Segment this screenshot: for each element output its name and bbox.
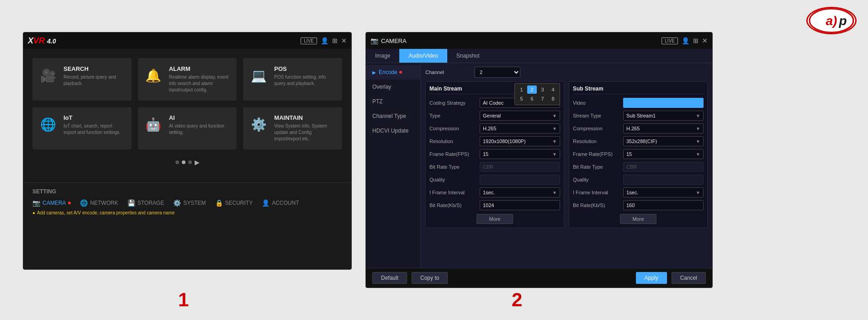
main-bitrate-label: Bit Rate(Kb/S) — [429, 203, 480, 208]
setting-tab-account[interactable]: 👤 ACCOUNT — [262, 199, 299, 207]
sidebar-arrow-encode: ▶ — [372, 70, 376, 75]
main-compression-label: Compression — [429, 126, 480, 131]
cam-body: ▶ Encode Overlay PTZ Channel Type HDCVI … — [366, 63, 712, 268]
cam-header: 📷 CAMERA LIVE 👤 ⊞ ✕ — [366, 32, 712, 49]
channel-option-5[interactable]: 5 — [517, 95, 526, 103]
pagination-next-arrow[interactable]: ▶ — [195, 159, 200, 166]
cancel-button[interactable]: Cancel — [672, 272, 706, 284]
sidebar-item-overlay[interactable]: Overlay — [366, 80, 420, 94]
channel-label: Channel — [425, 69, 471, 75]
sidebar-encode-label: Encode — [379, 69, 397, 75]
main-compression-value[interactable]: H.265 ▼ — [480, 123, 560, 133]
sub-stream-more-button[interactable]: More — [620, 214, 656, 224]
channel-option-3[interactable]: 3 — [538, 85, 547, 94]
cam-grid-icon[interactable]: ⊞ — [693, 37, 699, 44]
setting-tab-camera[interactable]: 📷 CAMERA — [32, 199, 71, 207]
sub-video-value[interactable] — [623, 98, 704, 108]
sub-quality-value — [623, 175, 704, 185]
account-tab-icon: 👤 — [262, 199, 270, 207]
system-tab-label: SYSTEM — [183, 200, 206, 206]
sidebar-item-hdcvi[interactable]: HDCVI Update — [366, 123, 420, 138]
menu-card-maintain[interactable]: ⚙️ MAINTAIN View System info, System upd… — [243, 107, 342, 149]
sub-stream-col: Sub Stream Video Stream Type Sub Stream1… — [569, 81, 708, 228]
storage-tab-icon: 💾 — [127, 199, 135, 207]
cam-title: 📷 CAMERA — [370, 37, 407, 44]
xvr-live-badge: LIVE — [301, 37, 317, 44]
apply-button[interactable]: Apply — [636, 272, 667, 284]
pagination: ▶ — [32, 159, 342, 166]
channel-option-6[interactable]: 6 — [527, 95, 537, 103]
tab-audio-video[interactable]: Audio/Video — [399, 49, 447, 63]
sidebar-item-ptz[interactable]: PTZ — [366, 94, 420, 109]
default-button[interactable]: Default — [372, 272, 407, 284]
sidebar-item-encode[interactable]: ▶ Encode — [366, 65, 420, 80]
setting-tab-security[interactable]: 🔒 SECURITY — [215, 199, 253, 207]
xvr-close-icon[interactable]: ✕ — [341, 37, 347, 44]
menu-grid: 🎥 SEARCH Record, picture query and playb… — [32, 58, 342, 149]
encode-badge — [399, 71, 402, 74]
main-iframe-value[interactable]: 1sec. ▼ — [480, 187, 560, 197]
channel-option-2[interactable]: 2 — [527, 85, 537, 94]
sub-framerate-label: Frame Rate(FPS) — [573, 151, 623, 157]
channel-option-8[interactable]: 8 — [548, 95, 558, 103]
sub-compression-value[interactable]: H.265 ▼ — [623, 123, 704, 133]
page-number-2: 2 — [512, 289, 522, 311]
menu-card-iot[interactable]: 🌐 IoT IoT chart, search, report export a… — [32, 107, 132, 149]
channel-option-7[interactable]: 7 — [538, 95, 547, 103]
alarm-icon: 🔔 — [143, 65, 164, 85]
main-bitrate-value[interactable]: 1024 — [480, 200, 560, 210]
maintain-icon: ⚙️ — [249, 114, 269, 134]
setting-tab-system[interactable]: ⚙️ SYSTEM — [173, 199, 206, 207]
maintain-desc: View System info, System update and Conf… — [274, 123, 337, 142]
cam-user-icon[interactable]: 👤 — [682, 37, 689, 44]
search-title: SEARCH — [64, 65, 126, 72]
channel-option-1[interactable]: 1 — [517, 85, 526, 94]
main-bitrate-row: Bit Rate(Kb/S) 1024 — [429, 200, 560, 210]
tab-snapshot[interactable]: Snapshot — [447, 49, 489, 63]
xvr-grid-icon[interactable]: ⊞ — [332, 37, 338, 44]
ai-title: AI — [169, 114, 232, 121]
sub-quality-row: Quality — [573, 175, 704, 185]
xvr-user-icon[interactable]: 👤 — [321, 37, 328, 44]
copy-to-button[interactable]: Copy to — [412, 272, 448, 284]
sub-iframe-value[interactable]: 1sec. ▼ — [623, 187, 704, 197]
main-quality-value — [480, 175, 560, 185]
channel-row: Channel 2 134 5678 1 2 3 4 5 6 7 — [425, 67, 708, 78]
cam-close-icon[interactable]: ✕ — [702, 37, 708, 44]
sub-resolution-value[interactable]: 352x288(CIF) ▼ — [623, 136, 704, 146]
sub-framerate-value[interactable]: 15 ▼ — [623, 149, 704, 159]
pagination-dot-3[interactable] — [188, 160, 192, 164]
main-resolution-value[interactable]: 1920x1080(1080P) ▼ — [480, 136, 560, 146]
sub-bitratetype-value: CBR — [623, 162, 704, 172]
tab-image[interactable]: Image — [366, 49, 399, 63]
streams-container: Main Stream Coding Strategy AI Codec ▼ T… — [425, 81, 708, 228]
search-desc: Record, picture query and playback. — [64, 74, 126, 87]
menu-card-ai[interactable]: 🤖 AI AI video query and function setting… — [138, 107, 237, 149]
pos-icon: 💻 — [249, 65, 269, 85]
cam-live-badge: LIVE — [662, 37, 678, 44]
setting-tab-storage[interactable]: 💾 STORAGE — [127, 199, 164, 207]
sidebar-ptz-label: PTZ — [372, 98, 383, 105]
channel-select[interactable]: 2 134 5678 — [475, 67, 520, 78]
sidebar-hdcvi-label: HDCVI Update — [372, 128, 408, 134]
menu-card-pos[interactable]: 💻 POS POS function setting, info query a… — [243, 58, 342, 101]
sub-streamtype-value[interactable]: Sub Stream1 ▼ — [623, 111, 704, 121]
pagination-dot-1[interactable] — [175, 160, 179, 164]
channel-option-4[interactable]: 4 — [548, 85, 558, 94]
menu-card-alarm[interactable]: 🔔 ALARM Realtime alarm display, event in… — [138, 58, 237, 101]
network-tab-label: NETWORK — [90, 200, 118, 206]
security-tab-label: SECURITY — [225, 200, 253, 206]
xvr-content: 🎥 SEARCH Record, picture query and playb… — [23, 49, 351, 182]
network-tab-icon: 🌐 — [80, 199, 88, 207]
setting-tab-network[interactable]: 🌐 NETWORK — [80, 199, 118, 207]
sub-iframe-label: I Frame Interval — [573, 190, 623, 195]
main-stream-more-button[interactable]: More — [476, 214, 513, 224]
sub-bitrate-value[interactable]: 160 — [623, 200, 704, 210]
menu-card-search[interactable]: 🎥 SEARCH Record, picture query and playb… — [32, 58, 132, 101]
main-type-value[interactable]: General ▼ — [480, 111, 560, 121]
main-framerate-value[interactable]: 15 ▼ — [480, 149, 560, 159]
main-iframe-row: I Frame Interval 1sec. ▼ — [429, 187, 560, 197]
sidebar-item-channel-type[interactable]: Channel Type — [366, 109, 420, 123]
pagination-dot-2[interactable] — [182, 160, 185, 164]
xvr-header: XVR 4.0 LIVE 👤 ⊞ ✕ — [23, 32, 351, 49]
